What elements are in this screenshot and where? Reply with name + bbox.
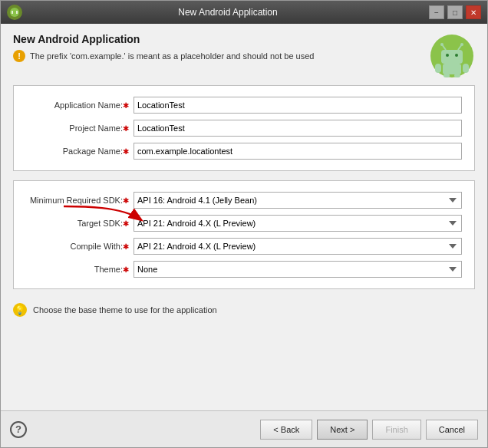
target-sdk-label: Target SDK:✱	[26, 219, 134, 228]
hint-text: Choose the base theme to use for the app…	[33, 305, 217, 315]
app-info-form: Application Name:✱ Project Name:✱ Packag…	[13, 85, 475, 171]
package-name-label: Package Name:✱	[26, 147, 134, 156]
min-sdk-row: Minimum Required SDK:✱ API 16: Android 4…	[26, 192, 462, 209]
target-sdk-select[interactable]: API 21: Android 4.X (L Preview)	[134, 215, 462, 232]
svg-rect-15	[454, 74, 460, 77]
compile-with-label: Compile With:✱	[26, 242, 134, 251]
spacer	[13, 321, 475, 401]
panel-title: New Android Application	[13, 33, 421, 45]
min-sdk-select[interactable]: API 16: Android 4.1 (Jelly Bean)	[134, 192, 462, 209]
theme-label: Theme:✱	[26, 265, 134, 274]
hint-section: 💡 Choose the base theme to use for the a…	[13, 298, 475, 321]
app-name-label: Application Name:✱	[26, 100, 134, 110]
app-name-row: Application Name:✱	[26, 97, 462, 114]
svg-rect-11	[443, 64, 461, 74]
finish-button[interactable]: Finish	[372, 420, 420, 440]
svg-point-9	[440, 43, 443, 46]
warning-box: ! The prefix 'com.example.' is meant as …	[13, 50, 421, 62]
cancel-button[interactable]: Cancel	[426, 420, 478, 440]
required-asterisk5: ✱	[123, 219, 129, 228]
svg-point-5	[446, 54, 449, 57]
theme-row: Theme:✱ None	[26, 261, 462, 278]
maximize-button[interactable]: □	[447, 5, 463, 19]
compile-with-row: Compile With:✱ API 21: Android 4.X (L Pr…	[26, 238, 462, 255]
main-window: New Android Application − □ ✕ New Androi…	[0, 0, 488, 448]
required-asterisk6: ✱	[123, 242, 129, 251]
main-content: New Android Application ! The prefix 'co…	[1, 24, 487, 410]
svg-rect-14	[443, 74, 450, 77]
theme-select[interactable]: None	[134, 261, 462, 278]
warning-icon: !	[13, 50, 25, 62]
help-button[interactable]: ?	[10, 421, 27, 438]
panel-header-left: New Android Application ! The prefix 'co…	[13, 33, 421, 62]
compile-with-select[interactable]: API 21: Android 4.X (L Preview)	[134, 238, 462, 255]
required-asterisk2: ✱	[123, 124, 129, 133]
required-asterisk7: ✱	[123, 265, 129, 274]
window-icon	[7, 5, 22, 20]
target-sdk-row: Target SDK:✱ API 21: Android 4.X (L Prev…	[26, 215, 462, 232]
close-button[interactable]: ✕	[466, 5, 481, 19]
required-asterisk: ✱	[123, 101, 129, 110]
project-name-row: Project Name:✱	[26, 120, 462, 137]
back-button[interactable]: < Back	[260, 420, 312, 440]
svg-point-6	[455, 54, 458, 57]
project-name-input[interactable]	[134, 120, 462, 137]
title-bar: New Android Application − □ ✕	[1, 1, 487, 24]
min-sdk-label: Minimum Required SDK:✱	[26, 196, 134, 205]
package-name-row: Package Name:✱	[26, 143, 462, 160]
package-name-input[interactable]	[134, 143, 462, 160]
svg-rect-13	[463, 64, 469, 73]
next-button[interactable]: Next >	[317, 420, 368, 440]
android-logo	[429, 33, 475, 79]
hint-icon: 💡	[13, 303, 27, 317]
project-name-label: Project Name:✱	[26, 124, 134, 133]
required-asterisk4: ✱	[123, 196, 129, 205]
window-controls: − □ ✕	[429, 5, 481, 19]
app-name-input[interactable]	[134, 97, 462, 114]
svg-point-0	[10, 8, 19, 17]
minimize-button[interactable]: −	[429, 5, 444, 19]
bottom-bar: ? < Back Next > Finish Cancel	[1, 410, 487, 447]
required-asterisk3: ✱	[123, 147, 129, 156]
svg-rect-4	[441, 50, 463, 64]
svg-rect-12	[435, 64, 441, 73]
bottom-buttons: < Back Next > Finish Cancel	[260, 420, 478, 440]
panel-header: New Android Application ! The prefix 'co…	[13, 33, 475, 79]
window-title: New Android Application	[27, 7, 429, 18]
sdk-form: Minimum Required SDK:✱ API 16: Android 4…	[13, 180, 475, 289]
svg-point-10	[460, 43, 463, 46]
warning-text: The prefix 'com.example.' is meant as a …	[30, 51, 314, 61]
